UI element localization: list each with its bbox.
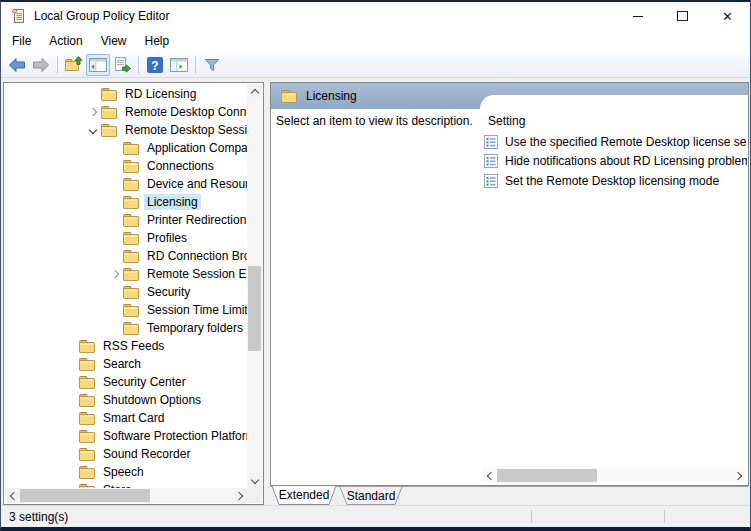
scroll-down-button[interactable] <box>247 473 262 488</box>
horizontal-scrollbar-thumb[interactable] <box>497 469 597 482</box>
title-bar: Local Group Policy Editor ✕ <box>1 2 750 30</box>
help-button[interactable]: ? <box>143 54 167 76</box>
chevron-right-icon[interactable] <box>85 109 101 115</box>
chevron-left-icon <box>486 471 494 479</box>
tree-item-label: Smart Card <box>100 410 167 426</box>
tree-item-label: Remote Desktop Connection Client <box>122 104 247 120</box>
tree-item[interactable]: Remote Desktop Connection Client <box>5 103 247 121</box>
folder-icon <box>123 160 139 173</box>
setting-row[interactable]: Hide notifications about RD Licensing pr… <box>484 152 747 172</box>
filter-icon <box>202 55 222 75</box>
tree-item[interactable]: Remote Session Environment <box>5 265 247 283</box>
tree-item[interactable]: Security <box>5 283 247 301</box>
tab-extended[interactable]: Extended <box>271 486 337 505</box>
tree-item[interactable]: Printer Redirection <box>5 211 247 229</box>
chevron-down-icon[interactable] <box>85 127 101 133</box>
tree-item[interactable]: Application Compatibility <box>5 139 247 157</box>
settings-horizontal-scrollbar[interactable] <box>482 468 746 483</box>
status-separator <box>531 510 532 523</box>
menu-view[interactable]: View <box>92 31 136 51</box>
tree-item[interactable]: Speech <box>5 463 247 481</box>
tree-item[interactable]: Device and Resource Redirection <box>5 175 247 193</box>
tree-item[interactable]: Software Protection Platform <box>5 427 247 445</box>
tree-item[interactable]: Security Center <box>5 373 247 391</box>
vertical-scrollbar-thumb[interactable] <box>248 266 261 351</box>
folder-icon <box>281 90 297 103</box>
content-pane: Licensing Setting Use the specified Remo… <box>270 82 749 486</box>
chevron-up-icon <box>250 88 258 96</box>
menu-action[interactable]: Action <box>40 31 91 51</box>
chevron-right-icon <box>234 491 242 499</box>
tree-item[interactable]: Sound Recorder <box>5 445 247 463</box>
folder-icon <box>123 232 139 245</box>
folder-icon <box>79 394 95 407</box>
tree-item-label: Profiles <box>144 230 190 246</box>
setting-row[interactable]: Use the specified Remote Desktop license… <box>484 132 747 152</box>
folder-icon <box>79 448 95 461</box>
tab-standard[interactable]: Standard <box>339 487 403 505</box>
filter-button[interactable] <box>200 54 224 76</box>
toolbar-separator <box>57 56 58 74</box>
setting-icon <box>484 174 498 188</box>
back-button[interactable] <box>5 54 29 76</box>
folder-icon <box>123 196 139 209</box>
menu-file[interactable]: File <box>3 31 40 51</box>
view-tab-strip: Extended Standard <box>270 486 748 505</box>
folder-icon <box>79 376 95 389</box>
scroll-right-button[interactable] <box>731 468 746 483</box>
maximize-button[interactable] <box>660 2 705 30</box>
maximize-icon <box>677 11 688 21</box>
tree-item[interactable]: RSS Feeds <box>5 337 247 355</box>
tree-item[interactable]: Temporary folders <box>5 319 247 337</box>
tree-item-label: Temporary folders <box>144 320 246 336</box>
tree-item-label: Licensing <box>144 194 201 210</box>
tree-horizontal-scrollbar[interactable] <box>5 488 247 503</box>
setting-row[interactable]: Set the Remote Desktop licensing mode <box>484 171 747 191</box>
console-tree-pane: RD LicensingRemote Desktop Connection Cl… <box>3 82 264 505</box>
setting-icon <box>484 154 498 168</box>
folder-icon <box>79 412 95 425</box>
tree-item[interactable]: Shutdown Options <box>5 391 247 409</box>
tree-item[interactable]: Profiles <box>5 229 247 247</box>
folder-icon <box>101 124 117 137</box>
setting-label: Hide notifications about RD Licensing pr… <box>505 154 747 168</box>
scrollbar-corner <box>247 488 262 503</box>
tree-item[interactable]: Store <box>5 481 247 488</box>
back-icon <box>7 55 27 75</box>
tree-item[interactable]: RD Licensing <box>5 85 247 103</box>
tree-vertical-scrollbar[interactable] <box>247 84 262 488</box>
tree-item[interactable]: Licensing <box>5 193 247 211</box>
tree-item-label: Remote Desktop Session Host <box>122 122 247 138</box>
tree-item-label: Shutdown Options <box>100 392 204 408</box>
export-list-button[interactable] <box>110 54 134 76</box>
console-action-icon <box>169 55 189 75</box>
minimize-button[interactable] <box>615 2 660 30</box>
tree-item[interactable]: Connections <box>5 157 247 175</box>
horizontal-scrollbar-thumb[interactable] <box>20 489 150 502</box>
menu-help[interactable]: Help <box>136 31 179 51</box>
scroll-right-button[interactable] <box>232 488 247 503</box>
tree-item[interactable]: Search <box>5 355 247 373</box>
folder-icon <box>101 88 117 101</box>
up-one-level-button[interactable] <box>62 54 86 76</box>
show-console-tree-button[interactable] <box>86 54 110 76</box>
chevron-right-icon <box>89 108 97 116</box>
tree-item-label: Security Center <box>100 374 189 390</box>
folder-icon <box>123 142 139 155</box>
scroll-up-button[interactable] <box>247 84 262 99</box>
folder-icon <box>79 340 95 353</box>
tree-item[interactable]: Smart Card <box>5 409 247 427</box>
chevron-right-icon[interactable] <box>107 271 123 277</box>
setting-column-header[interactable]: Setting <box>488 114 525 128</box>
local-group-policy-editor-window: Local Group Policy Editor ✕ File Action … <box>0 0 751 531</box>
scroll-left-button[interactable] <box>482 468 497 483</box>
tree-item[interactable]: RD Connection Broker <box>5 247 247 265</box>
forward-button[interactable] <box>29 54 53 76</box>
setting-label: Use the specified Remote Desktop license… <box>505 135 747 149</box>
show-action-pane-button[interactable] <box>167 54 191 76</box>
tree-item[interactable]: Session Time Limits <box>5 301 247 319</box>
scroll-left-button[interactable] <box>5 488 20 503</box>
close-button[interactable]: ✕ <box>705 2 750 30</box>
tree-item[interactable]: Remote Desktop Session Host <box>5 121 247 139</box>
chevron-right-icon <box>733 471 741 479</box>
